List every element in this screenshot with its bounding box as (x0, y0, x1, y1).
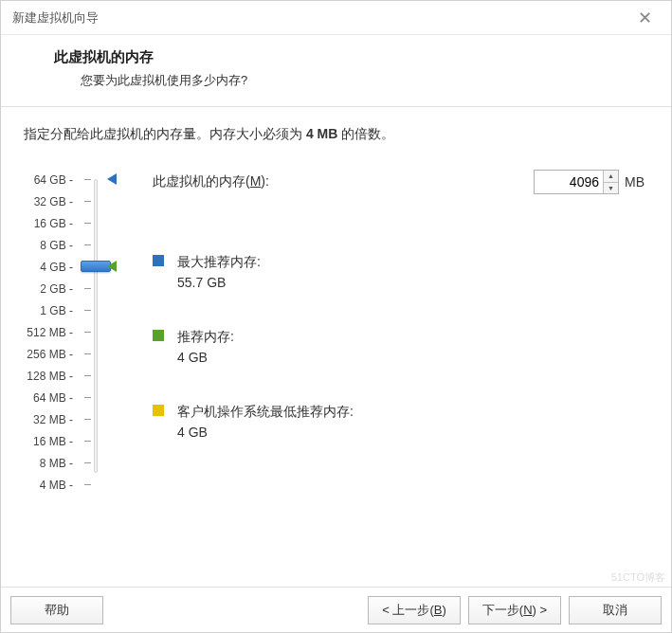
help-button[interactable]: 帮助 (10, 596, 103, 624)
memory-field-label: 此虚拟机的内存(M): (153, 173, 269, 190)
slider-tick: 8 GB - (24, 235, 73, 257)
slider-tick: 4 GB - (24, 257, 73, 279)
page-subtitle: 您要为此虚拟机使用多少内存? (81, 72, 648, 89)
slider-tick: 8 MB - (24, 453, 73, 475)
slider-tick: 64 MB - (24, 388, 73, 409)
slider-tick: 16 MB - (24, 431, 73, 453)
slider-tick: 32 GB - (24, 191, 73, 213)
max-recommended-row: 最大推荐内存: 55.7 GB (153, 251, 648, 294)
spin-up-icon[interactable]: ▲ (604, 171, 618, 183)
square-blue-icon (153, 255, 164, 266)
min-recommended-row: 客户机操作系统最低推荐内存: 4 GB (153, 401, 648, 443)
wizard-body: 指定分配给此虚拟机的内存量。内存大小必须为 4 MB 的倍数。 64 GB -3… (1, 107, 671, 506)
back-button[interactable]: < 上一步(B) (368, 596, 461, 624)
memory-unit: MB (625, 174, 645, 190)
instruction-text: 指定分配给此虚拟机的内存量。内存大小必须为 4 MB 的倍数。 (24, 126, 648, 143)
wizard-footer: 帮助 < 上一步(B) 下一步(N) > 取消 (1, 587, 671, 632)
close-icon[interactable]: ✕ (630, 6, 660, 30)
watermark: 51CTO博客 (611, 570, 665, 585)
spin-down-icon[interactable]: ▼ (604, 183, 618, 194)
slider-tick: 128 MB - (24, 366, 73, 388)
window-title: 新建虚拟机向导 (12, 9, 630, 27)
square-green-icon (153, 330, 164, 341)
next-button[interactable]: 下一步(N) > (468, 596, 561, 624)
square-yellow-icon (153, 405, 164, 416)
page-heading: 此虚拟机的内存 (54, 48, 648, 66)
cancel-button[interactable]: 取消 (569, 596, 662, 624)
slider-tick: 4 MB - (24, 475, 73, 497)
wizard-header: 此虚拟机的内存 您要为此虚拟机使用多少内存? (1, 35, 671, 107)
slider-tick: 16 GB - (24, 213, 73, 235)
slider-tick: 2 GB - (24, 279, 73, 300)
slider-tick: 512 MB - (24, 322, 73, 344)
slider-tick: 256 MB - (24, 344, 73, 366)
memory-input[interactable] (535, 171, 603, 193)
memory-spinbox[interactable]: ▲ ▼ (534, 170, 619, 194)
slider-tick-labels: 64 GB -32 GB -16 GB -8 GB -4 GB -2 GB -1… (24, 170, 79, 497)
slider-tick: 64 GB - (24, 170, 73, 191)
memory-slider[interactable] (79, 170, 111, 475)
slider-tick: 1 GB - (24, 300, 73, 322)
slider-tick: 32 MB - (24, 409, 73, 431)
recommended-row: 推荐内存: 4 GB (153, 326, 648, 369)
titlebar: 新建虚拟机向导 ✕ (1, 1, 671, 35)
